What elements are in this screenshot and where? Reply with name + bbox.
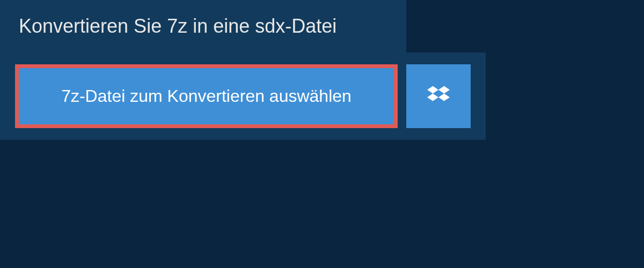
- select-file-button[interactable]: 7z-Datei zum Konvertieren auswählen: [19, 68, 394, 124]
- select-file-label: 7z-Datei zum Konvertieren auswählen: [61, 86, 352, 106]
- dropbox-button[interactable]: [406, 64, 471, 128]
- select-file-highlight: 7z-Datei zum Konvertieren auswählen: [15, 64, 398, 128]
- page-title: Konvertieren Sie 7z in eine sdx-Datei: [19, 15, 387, 38]
- header-panel: Konvertieren Sie 7z in eine sdx-Datei: [0, 0, 406, 53]
- dropbox-icon: [427, 84, 450, 109]
- action-panel: 7z-Datei zum Konvertieren auswählen: [0, 53, 486, 140]
